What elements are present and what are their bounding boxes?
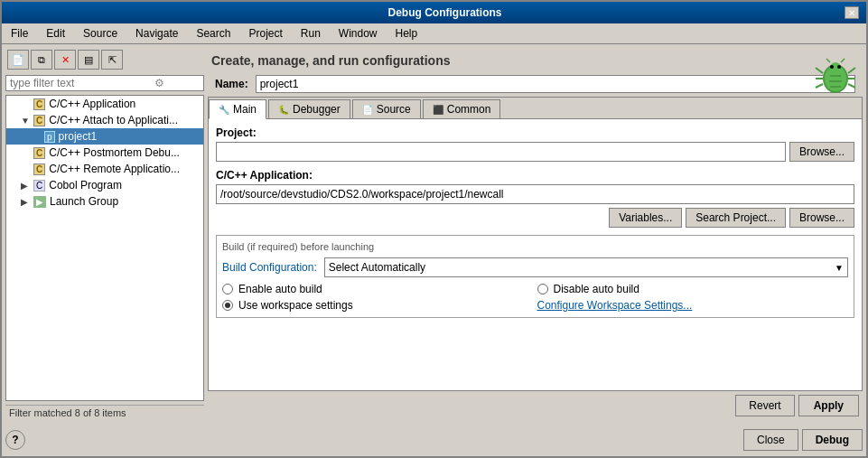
main-tab-icon: 🔧 xyxy=(219,105,229,115)
svg-line-13 xyxy=(841,59,845,62)
app-group: C/C++ Application: Variables... Search P… xyxy=(216,169,854,228)
filter-button[interactable]: ▤ xyxy=(78,50,99,70)
bug-icon xyxy=(814,53,857,97)
tree-item-project1[interactable]: p project1 xyxy=(6,128,203,145)
menu-run[interactable]: Run xyxy=(295,25,326,42)
tree-view: C C/C++ Application ▼ C C/C++ Attach to … xyxy=(5,95,204,401)
disable-auto-build-radio[interactable]: Disable auto build xyxy=(537,283,849,295)
collapse-button[interactable]: ⇱ xyxy=(101,50,123,70)
cc-app-label: C/C++ Application xyxy=(49,98,135,110)
new-config-button[interactable]: 📄 xyxy=(7,50,29,70)
cc-attach-icon: C xyxy=(33,115,45,126)
menu-project[interactable]: Project xyxy=(243,25,287,42)
svg-line-6 xyxy=(816,84,823,88)
delete-config-button[interactable]: ✕ xyxy=(54,50,76,70)
revert-button[interactable]: Revert xyxy=(735,395,794,416)
name-input[interactable] xyxy=(256,75,855,93)
radio-group: Enable auto build Disable auto build Use… xyxy=(222,283,848,312)
svg-line-9 xyxy=(848,84,855,88)
svg-line-12 xyxy=(826,59,830,62)
use-workspace-radio[interactable]: Use workspace settings xyxy=(222,299,534,312)
menu-file[interactable]: File xyxy=(5,25,33,42)
cc-remote-label: C/C++ Remote Applicatio... xyxy=(49,163,180,175)
revert-apply-row: Revert Apply xyxy=(208,391,863,420)
cc-attach-label: C/C++ Attach to Applicati... xyxy=(49,114,178,126)
close-button[interactable]: ✕ xyxy=(845,6,859,19)
main-content: 📄 ⧉ ✕ ▤ ⇱ ⚙ C C/C++ Application xyxy=(2,44,866,424)
window-title: Debug Configurations xyxy=(45,6,845,19)
tree-item-launch[interactable]: ▶ ▶ Launch Group xyxy=(6,193,203,210)
menu-navigate[interactable]: Navigate xyxy=(130,25,183,42)
menu-search[interactable]: Search xyxy=(191,25,236,42)
svg-line-4 xyxy=(816,68,823,73)
expand-icon-post xyxy=(21,148,30,158)
menu-window[interactable]: Window xyxy=(333,25,383,42)
menu-edit[interactable]: Edit xyxy=(41,25,70,42)
app-browse-button[interactable]: Browse... xyxy=(789,208,854,228)
enable-auto-build-radio-btn[interactable] xyxy=(222,284,233,294)
configure-workspace-link[interactable]: Configure Workspace Settings... xyxy=(537,299,693,312)
right-panel: Create, manage, and run configurations N… xyxy=(208,48,863,420)
tab-debugger-label: Debugger xyxy=(293,103,341,116)
launch-label: Launch Group xyxy=(50,195,118,208)
expand-icon-proj xyxy=(32,132,41,142)
select-arrow-icon: ▼ xyxy=(835,263,844,273)
svg-line-7 xyxy=(848,68,855,73)
tab-source-label: Source xyxy=(377,103,411,116)
disable-auto-build-radio-btn[interactable] xyxy=(537,284,548,294)
build-section-title: Build (if required) before launching xyxy=(222,241,848,252)
tab-main[interactable]: 🔧 Main xyxy=(209,99,266,119)
project-row: Browse... xyxy=(216,142,854,162)
launch-icon: ▶ xyxy=(33,196,46,208)
expand-icon-launch: ▶ xyxy=(21,197,30,207)
help-button[interactable]: ? xyxy=(5,430,25,450)
build-section: Build (if required) before launching Bui… xyxy=(216,235,854,318)
tree-item-cc-post[interactable]: C C/C++ Postmortem Debu... xyxy=(6,145,203,161)
use-workspace-radio-btn[interactable] xyxy=(222,300,233,311)
enable-auto-build-radio[interactable]: Enable auto build xyxy=(222,283,534,295)
search-project-button[interactable]: Search Project... xyxy=(686,208,786,228)
tab-common[interactable]: ⬛ Common xyxy=(423,99,501,118)
tree-item-cc-remote[interactable]: C C/C++ Remote Applicatio... xyxy=(6,161,203,177)
project-browse-button[interactable]: Browse... xyxy=(789,142,854,162)
enable-auto-build-label: Enable auto build xyxy=(238,283,322,295)
tree-item-cc-attach[interactable]: ▼ C C/C++ Attach to Applicati... xyxy=(6,112,203,128)
project-input[interactable] xyxy=(216,142,786,162)
cc-app-icon: C xyxy=(33,98,45,110)
cobol-label: Cobol Program xyxy=(49,179,122,192)
build-config-label: Build Configuration: xyxy=(222,261,317,274)
left-panel: 📄 ⧉ ✕ ▤ ⇱ ⚙ C C/C++ Application xyxy=(5,48,204,420)
build-config-select[interactable]: Select Automatically ▼ xyxy=(324,257,848,277)
menu-source[interactable]: Source xyxy=(78,25,123,42)
common-tab-icon: ⬛ xyxy=(433,105,443,115)
page-title: Create, manage, and run configurations xyxy=(211,53,451,68)
cc-post-label: C/C++ Postmortem Debu... xyxy=(49,146,180,159)
project1-icon: p xyxy=(44,131,55,143)
project-label: Project: xyxy=(216,126,854,139)
apply-button[interactable]: Apply xyxy=(798,395,859,416)
window-controls: ✕ xyxy=(845,6,859,19)
expand-icon-attach: ▼ xyxy=(21,116,30,126)
copy-config-button[interactable]: ⧉ xyxy=(31,50,52,70)
cc-remote-icon: C xyxy=(33,164,45,175)
filter-input[interactable] xyxy=(10,77,154,89)
tree-item-cobol[interactable]: ▶ C Cobol Program xyxy=(6,177,203,193)
filter-icon: ⚙ xyxy=(154,77,164,89)
tabs-bar: 🔧 Main 🐛 Debugger 📄 Source ⬛ Common xyxy=(209,98,862,119)
menu-bar: File Edit Source Navigate Search Project… xyxy=(2,23,866,44)
menu-help[interactable]: Help xyxy=(390,25,424,42)
tab-main-label: Main xyxy=(233,103,257,116)
build-config-value: Select Automatically xyxy=(329,261,425,274)
svg-point-11 xyxy=(837,65,841,69)
variables-button[interactable]: Variables... xyxy=(609,208,682,228)
tree-item-cc-app[interactable]: C C/C++ Application xyxy=(6,96,203,112)
project1-label: project1 xyxy=(59,130,98,143)
svg-point-10 xyxy=(830,65,834,69)
tab-debugger[interactable]: 🐛 Debugger xyxy=(268,99,350,118)
status-bar: Filter matched 8 of 8 items xyxy=(5,405,204,420)
app-input[interactable] xyxy=(216,184,854,204)
close-dialog-button[interactable]: Close xyxy=(743,429,798,451)
debug-button[interactable]: Debug xyxy=(802,429,863,451)
title-bar: Debug Configurations ✕ xyxy=(2,2,866,23)
tab-source[interactable]: 📄 Source xyxy=(352,99,421,118)
